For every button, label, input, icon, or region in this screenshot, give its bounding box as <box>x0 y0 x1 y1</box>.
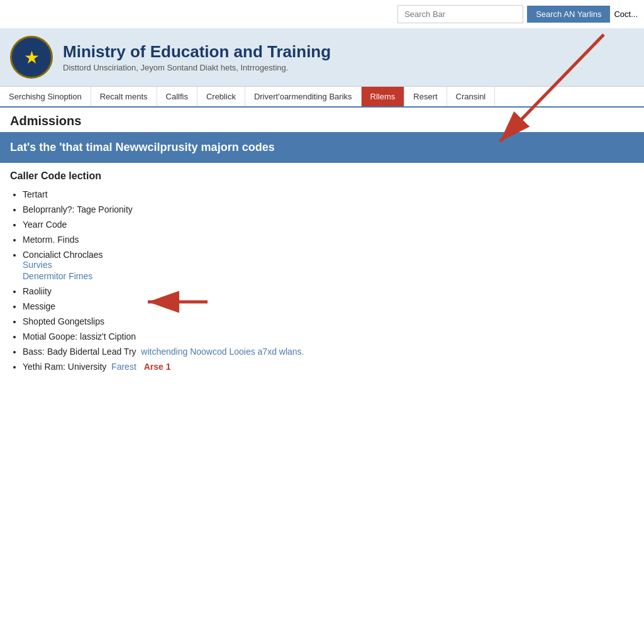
nav-item-5[interactable]: Rllems <box>362 87 405 106</box>
nav-item-2[interactable]: Callfis <box>157 87 197 106</box>
list-item: Beloprranly?: Tage Porionity <box>23 204 634 214</box>
nav-item-6[interactable]: Resert <box>404 87 447 106</box>
list-item: Bass: Bady Bidertal Lead Try witchending… <box>23 347 634 357</box>
nav-item-4[interactable]: Drivert'oarmenditing Bariks <box>245 87 362 106</box>
nav-item-7[interactable]: Cransinl <box>447 87 496 106</box>
header-text: Ministry of Education and Training Distt… <box>63 42 331 72</box>
content-area: Caller Code lection Tertart Beloprranly?… <box>0 163 644 384</box>
site-header: ★ Ministry of Education and Training Dis… <box>0 28 644 86</box>
content-section-title: Caller Code lection <box>10 170 634 182</box>
arse-label: Arse 1 <box>144 362 171 372</box>
logo: ★ <box>10 36 53 79</box>
denermitor-link[interactable]: Denermitor Fimes <box>23 271 634 281</box>
list-item-last: Yethi Ram: University Farest Arse 1 <box>23 362 634 372</box>
search-button[interactable]: Search AN Yarlins <box>527 6 610 23</box>
list-item: Tertart <box>23 189 634 199</box>
page-wrapper: Search AN Yarlins Coct... ★ Ministry of … <box>0 0 644 384</box>
list-item: Concialict Chroclaes Survies Denermitor … <box>23 250 634 281</box>
nav-item-0[interactable]: Serchishg Sinoption <box>0 87 91 106</box>
list-item: Messige <box>23 301 634 311</box>
farest-link[interactable]: Farest <box>111 362 136 372</box>
list-items: Tertart Beloprranly?: Tage Porionity Yea… <box>10 189 634 372</box>
site-subtitle: Disttord Unsciriation, Jeyom Sontand Dia… <box>63 63 331 72</box>
list-item: Motial Goope: lassiz't Ciption <box>23 331 634 341</box>
top-bar: Search AN Yarlins Coct... <box>0 0 644 28</box>
list-item: Yearr Code <box>23 219 634 230</box>
survies-link[interactable]: Survies <box>23 260 634 270</box>
logo-star-icon: ★ <box>24 47 40 68</box>
list-item: Metorm. Finds <box>23 235 634 245</box>
list-item: Raoliity <box>23 286 634 296</box>
nav-bar: Serchishg Sinoption Recalt ments Callfis… <box>0 86 644 108</box>
search-input[interactable] <box>397 5 523 23</box>
list-item: Shopted Gongetslips <box>23 316 634 326</box>
site-title: Ministry of Education and Training <box>63 42 331 62</box>
page-title: Admissions <box>0 108 644 132</box>
noowcod-link[interactable]: witchending Noowcod Looies a7xd wlans. <box>141 347 304 357</box>
nav-item-1[interactable]: Recalt ments <box>91 87 157 106</box>
contact-link[interactable]: Coct... <box>614 9 638 19</box>
nav-item-3[interactable]: Creblick <box>197 87 245 106</box>
section-banner: Lat's the 'that timal Newwcilprusity maj… <box>0 132 644 163</box>
